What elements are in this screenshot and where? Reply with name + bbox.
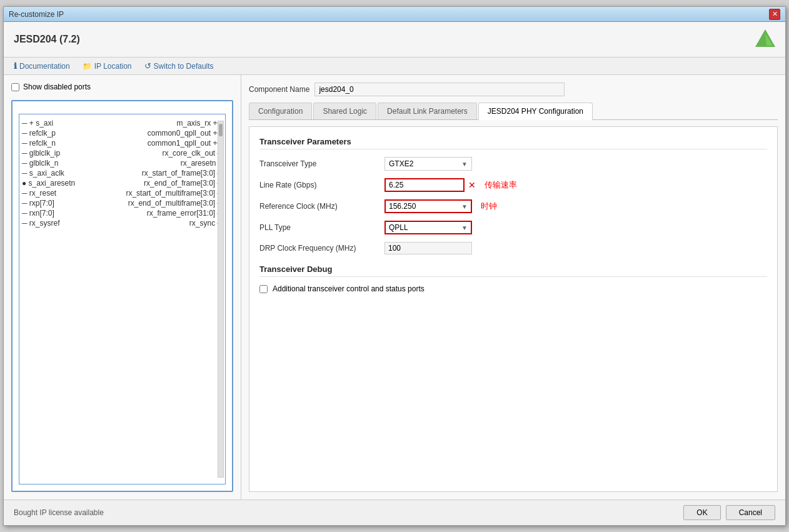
transceiver-type-label: Transceiver Type (259, 159, 384, 168)
pll-type-label: PLL Type (259, 223, 384, 232)
info-icon: ℹ (14, 61, 17, 71)
port-row-7: ─ rx_reset rx_start_of_multiframe[3:0] ─ (19, 188, 225, 198)
altera-logo (753, 28, 775, 51)
ref-clock-annotation: 时钟 (481, 201, 497, 212)
additional-ports-checkbox[interactable] (259, 285, 268, 293)
port-row-5: ─ s_axi_aclk rx_start_of_frame[3:0] ─ (19, 168, 225, 178)
port-row-0: ─ + s_axi m_axis_rx +─ (19, 118, 225, 128)
component-name-row: Component Name jesd204_0 (249, 83, 778, 96)
transceiver-params-title: Transceiver Parameters (259, 137, 767, 149)
pll-type-select[interactable]: QPLL ▼ (384, 221, 472, 234)
line-rate-label: Line Rate (Gbps) (259, 181, 384, 189)
pll-type-value: QPLL (389, 223, 408, 232)
header: JESD204 (7.2) (4, 22, 785, 58)
app-title: JESD204 (7.2) (14, 34, 80, 45)
left-panel: Show disabled ports ─ + s_axi m_axis_rx … (4, 75, 241, 499)
transceiver-type-value: GTXE2 (389, 159, 413, 168)
drp-control (384, 242, 472, 254)
tab-bar: Configuration Shared Logic Default Link … (249, 103, 778, 120)
line-rate-control: ✕ 传输速率 (384, 178, 517, 192)
tab-content: Transceiver Parameters Transceiver Type … (249, 126, 778, 492)
pll-type-control: QPLL ▼ (384, 221, 472, 234)
line-rate-input[interactable] (384, 178, 465, 192)
show-disabled-checkbox[interactable] (11, 83, 19, 91)
scrollbar (218, 121, 224, 478)
component-name-label: Component Name (249, 85, 309, 94)
cancel-button[interactable]: Cancel (726, 505, 775, 520)
switch-defaults-button[interactable]: ↺ Switch to Defaults (144, 61, 214, 71)
drp-label: DRP Clock Frequency (MHz) (259, 244, 384, 253)
toolbar: ℹ Documentation 📁 IP Location ↺ Switch t… (4, 58, 785, 75)
footer: Bought IP license available OK Cancel (4, 499, 785, 525)
port-row-9: ─ rxn[7:0] rx_frame_error[31:0] ─ (19, 208, 225, 218)
svg-marker-0 (755, 29, 775, 47)
show-disabled-row: Show disabled ports (11, 83, 233, 91)
component-name-input[interactable]: jesd204_0 (314, 83, 565, 96)
transceiver-type-control: GTXE2 ▼ (384, 157, 472, 171)
right-panel: Component Name jesd204_0 Configuration S… (241, 75, 785, 499)
folder-icon: 📁 (83, 62, 92, 71)
refresh-icon: ↺ (144, 61, 151, 71)
ref-clock-control: 156.250 ▼ 时钟 (384, 199, 497, 213)
debug-checkbox-row: Additional transceiver control and statu… (259, 284, 767, 293)
transceiver-debug-title: Transceiver Debug (259, 264, 767, 277)
tab-configuration[interactable]: Configuration (249, 103, 312, 119)
port-row-10: ─ rx_sysref rx_sync ─ (19, 218, 225, 228)
transceiver-type-select[interactable]: GTXE2 ▼ (384, 157, 472, 171)
ip-location-label: IP Location (94, 62, 132, 71)
line-rate-annotation: 传输速率 (485, 179, 517, 191)
documentation-button[interactable]: ℹ Documentation (14, 61, 70, 71)
port-row-4: ─ glblclk_n rx_aresetn ● (19, 158, 225, 168)
transceiver-debug-section: Transceiver Debug Additional transceiver… (259, 264, 767, 293)
additional-ports-label: Additional transceiver control and statu… (273, 284, 425, 293)
pll-type-row: PLL Type QPLL ▼ (259, 221, 767, 234)
drp-row: DRP Clock Frequency (MHz) (259, 242, 767, 254)
ref-clock-value: 156.250 (389, 202, 416, 211)
drp-input[interactable] (384, 242, 472, 254)
port-row-6: ● s_axi_aresetn rx_end_of_frame[3:0] ─ (19, 178, 225, 188)
tab-default-link[interactable]: Default Link Parameters (378, 103, 477, 119)
component-diagram: ─ + s_axi m_axis_rx +─ ─ refclk_p common… (11, 100, 233, 492)
diagram-inner: ─ + s_axi m_axis_rx +─ ─ refclk_p common… (19, 114, 226, 484)
titlebar: Re-customize IP ✕ (4, 7, 785, 22)
port-row-2: ─ refclk_n common1_qpll_out +─ (19, 138, 225, 148)
chevron-down-icon-2: ▼ (461, 203, 468, 210)
diagram-ports: ─ + s_axi m_axis_rx +─ ─ refclk_p common… (19, 114, 225, 232)
tab-phy-config[interactable]: JESD204 PHY Configuration (478, 103, 593, 120)
window-title: Re-customize IP (9, 10, 64, 19)
port-row-8: ─ rxp[7:0] rx_end_of_multiframe[3:0] ─ (19, 198, 225, 208)
close-button[interactable]: ✕ (769, 9, 780, 20)
ref-clock-row: Reference Clock (MHz) 156.250 ▼ 时钟 (259, 199, 767, 213)
chevron-down-icon-3: ▼ (461, 224, 468, 231)
main-window: Re-customize IP ✕ JESD204 (7.2) ℹ Docume… (3, 6, 786, 526)
chevron-down-icon: ▼ (461, 161, 468, 168)
ref-clock-label: Reference Clock (MHz) (259, 202, 384, 211)
main-content: Show disabled ports ─ + s_axi m_axis_rx … (4, 75, 785, 499)
clear-line-rate-button[interactable]: ✕ (468, 180, 476, 190)
tab-shared-logic[interactable]: Shared Logic (313, 103, 376, 119)
port-row-1: ─ refclk_p common0_qpll_out +─ (19, 128, 225, 138)
status-label: Bought IP license available (14, 508, 104, 517)
line-rate-row: Line Rate (Gbps) ✕ 传输速率 (259, 178, 767, 192)
port-row-3: ─ glblclk_ip rx_core_clk_out ─ (19, 148, 225, 158)
ip-location-button[interactable]: 📁 IP Location (83, 62, 132, 71)
switch-defaults-label: Switch to Defaults (154, 62, 214, 71)
ok-button[interactable]: OK (683, 505, 720, 520)
show-disabled-label: Show disabled ports (23, 83, 91, 91)
footer-buttons: OK Cancel (683, 505, 775, 520)
documentation-label: Documentation (19, 62, 70, 71)
ref-clock-select[interactable]: 156.250 ▼ (384, 199, 472, 213)
transceiver-type-row: Transceiver Type GTXE2 ▼ (259, 157, 767, 171)
